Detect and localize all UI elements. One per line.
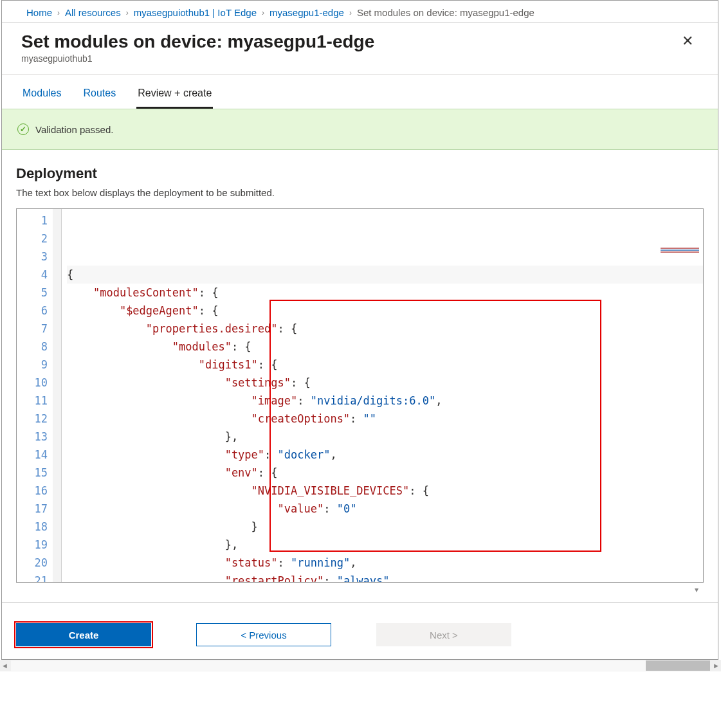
breadcrumb: Home › All resources › myasegpuiothub1 |…	[2, 1, 718, 23]
minimap-icon	[661, 212, 699, 282]
page-subtitle: myasegpuiothub1	[21, 53, 374, 64]
scroll-right-icon[interactable]: ►	[713, 662, 720, 669]
create-button[interactable]: Create	[16, 623, 151, 646]
chevron-right-icon: ›	[56, 8, 61, 17]
breadcrumb-link-iothub[interactable]: myasegpuiothub1 | IoT Edge	[134, 7, 257, 18]
scroll-left-icon[interactable]: ◄	[1, 662, 8, 669]
breadcrumb-link-home[interactable]: Home	[26, 7, 52, 18]
validation-banner: ✓ Validation passed.	[2, 109, 718, 150]
breadcrumb-link-allresources[interactable]: All resources	[65, 7, 121, 18]
page-title: Set modules on device: myasegpu1-edge	[21, 32, 374, 52]
tab-review-create[interactable]: Review + create	[136, 81, 213, 109]
tab-routes[interactable]: Routes	[82, 81, 117, 109]
chevron-right-icon: ›	[260, 8, 266, 17]
breadcrumb-current: Set modules on device: myasegpu1-edge	[357, 7, 534, 18]
previous-button[interactable]: < Previous	[196, 623, 331, 646]
next-button: Next >	[376, 623, 511, 646]
chevron-right-icon: ›	[348, 8, 353, 17]
chevron-right-icon: ›	[125, 8, 130, 17]
close-icon[interactable]: ✕	[677, 32, 698, 51]
scroll-thumb[interactable]	[646, 660, 710, 671]
tab-modules[interactable]: Modules	[21, 81, 62, 109]
breadcrumb-link-edgedevice[interactable]: myasegpu1-edge	[269, 7, 344, 18]
check-circle-icon: ✓	[17, 123, 29, 135]
editor-content[interactable]: { "modulesContent": { "$edgeAgent": { "p…	[62, 209, 703, 582]
validation-message: Validation passed.	[35, 124, 113, 135]
tab-strip: Modules Routes Review + create	[2, 75, 718, 109]
editor-gutter: 1234 5678 9101112 13141516 17181920 21	[17, 209, 62, 582]
deployment-heading: Deployment	[16, 165, 704, 182]
deployment-json-editor[interactable]: 1234 5678 9101112 13141516 17181920 21 {…	[16, 208, 704, 583]
deployment-description: The text box below displays the deployme…	[16, 187, 704, 198]
wizard-footer: Create < Previous Next >	[2, 602, 718, 659]
scroll-hint-icon: ▾	[16, 583, 704, 596]
